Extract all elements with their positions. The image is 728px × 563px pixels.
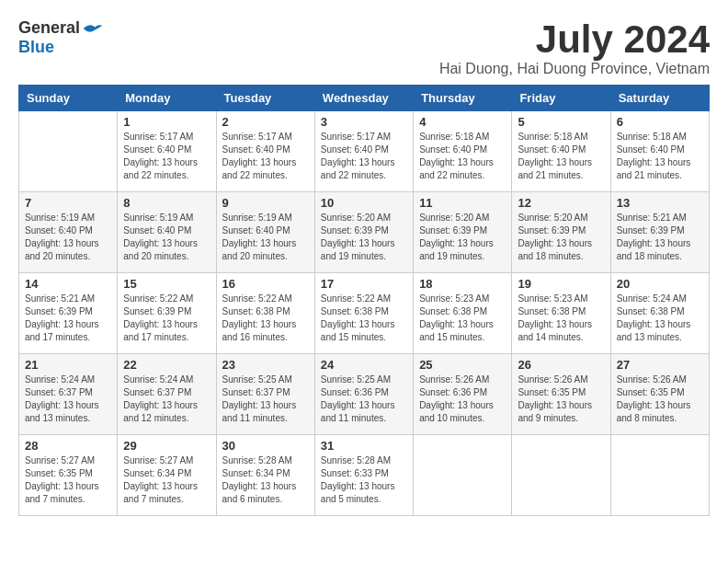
day-info: Sunrise: 5:21 AMSunset: 6:39 PMDaylight:… [617, 212, 703, 263]
calendar-cell: 28Sunrise: 5:27 AMSunset: 6:35 PMDayligh… [19, 435, 118, 516]
day-number: 25 [419, 358, 506, 372]
day-number: 21 [25, 358, 111, 372]
day-number: 13 [617, 196, 703, 210]
calendar-cell [19, 111, 118, 192]
day-info: Sunrise: 5:20 AMSunset: 6:39 PMDaylight:… [419, 212, 506, 263]
page-header: General Blue July 2024 Hai Duong, Hai Du… [18, 18, 710, 77]
calendar-cell: 27Sunrise: 5:26 AMSunset: 6:35 PMDayligh… [610, 354, 709, 435]
day-number: 6 [617, 115, 703, 129]
calendar-table: SundayMondayTuesdayWednesdayThursdayFrid… [18, 85, 710, 516]
logo: General Blue [18, 18, 104, 57]
day-number: 29 [123, 439, 210, 453]
calendar-week-row: 28Sunrise: 5:27 AMSunset: 6:35 PMDayligh… [19, 435, 710, 516]
day-info: Sunrise: 5:28 AMSunset: 6:33 PMDaylight:… [321, 454, 407, 506]
day-number: 8 [123, 196, 210, 210]
calendar-cell: 12Sunrise: 5:20 AMSunset: 6:39 PMDayligh… [512, 192, 610, 273]
logo-blue-text: Blue [18, 38, 54, 57]
day-info: Sunrise: 5:24 AMSunset: 6:38 PMDaylight:… [617, 293, 703, 344]
calendar-day-header: Monday [118, 86, 216, 111]
calendar-cell: 4Sunrise: 5:18 AMSunset: 6:40 PMDaylight… [414, 111, 512, 192]
calendar-cell: 25Sunrise: 5:26 AMSunset: 6:36 PMDayligh… [414, 354, 512, 435]
calendar-body: 1Sunrise: 5:17 AMSunset: 6:40 PMDaylight… [19, 111, 710, 516]
calendar-cell: 23Sunrise: 5:25 AMSunset: 6:37 PMDayligh… [216, 354, 314, 435]
calendar-cell: 3Sunrise: 5:17 AMSunset: 6:40 PMDaylight… [314, 111, 413, 192]
calendar-day-header: Wednesday [314, 86, 413, 111]
day-info: Sunrise: 5:17 AMSunset: 6:40 PMDaylight:… [321, 131, 407, 182]
day-number: 10 [321, 196, 407, 210]
day-info: Sunrise: 5:19 AMSunset: 6:40 PMDaylight:… [123, 212, 210, 263]
calendar-cell: 11Sunrise: 5:20 AMSunset: 6:39 PMDayligh… [414, 192, 512, 273]
day-info: Sunrise: 5:24 AMSunset: 6:37 PMDaylight:… [25, 373, 111, 425]
day-number: 17 [321, 277, 407, 291]
calendar-cell: 10Sunrise: 5:20 AMSunset: 6:39 PMDayligh… [314, 192, 413, 273]
day-number: 5 [518, 115, 604, 129]
day-number: 9 [222, 196, 309, 210]
calendar-cell: 19Sunrise: 5:23 AMSunset: 6:38 PMDayligh… [512, 273, 610, 354]
day-number: 24 [321, 358, 407, 372]
day-info: Sunrise: 5:26 AMSunset: 6:35 PMDaylight:… [617, 373, 703, 425]
day-number: 30 [222, 439, 309, 453]
day-info: Sunrise: 5:20 AMSunset: 6:39 PMDaylight:… [321, 212, 407, 263]
day-info: Sunrise: 5:19 AMSunset: 6:40 PMDaylight:… [25, 212, 111, 263]
day-info: Sunrise: 5:21 AMSunset: 6:39 PMDaylight:… [25, 293, 111, 344]
day-number: 12 [518, 196, 604, 210]
day-info: Sunrise: 5:23 AMSunset: 6:38 PMDaylight:… [518, 293, 604, 344]
calendar-cell [610, 435, 709, 516]
calendar-cell: 18Sunrise: 5:23 AMSunset: 6:38 PMDayligh… [414, 273, 512, 354]
logo-general-text: General [18, 18, 80, 38]
day-number: 4 [419, 115, 506, 129]
calendar-cell: 31Sunrise: 5:28 AMSunset: 6:33 PMDayligh… [314, 435, 413, 516]
calendar-cell: 7Sunrise: 5:19 AMSunset: 6:40 PMDaylight… [19, 192, 118, 273]
day-info: Sunrise: 5:17 AMSunset: 6:40 PMDaylight:… [123, 131, 210, 182]
day-info: Sunrise: 5:18 AMSunset: 6:40 PMDaylight:… [617, 131, 703, 182]
day-number: 1 [123, 115, 210, 129]
calendar-day-header: Sunday [19, 86, 118, 111]
calendar-cell: 21Sunrise: 5:24 AMSunset: 6:37 PMDayligh… [19, 354, 118, 435]
day-info: Sunrise: 5:19 AMSunset: 6:40 PMDaylight:… [222, 212, 309, 263]
day-number: 26 [518, 358, 604, 372]
day-number: 28 [25, 439, 111, 453]
day-number: 19 [518, 277, 604, 291]
day-info: Sunrise: 5:27 AMSunset: 6:34 PMDaylight:… [123, 454, 210, 506]
location-title: Hai Duong, Hai Duong Province, Vietnam [439, 61, 710, 77]
day-number: 15 [123, 277, 210, 291]
calendar-week-row: 14Sunrise: 5:21 AMSunset: 6:39 PMDayligh… [19, 273, 710, 354]
day-number: 20 [617, 277, 703, 291]
day-info: Sunrise: 5:22 AMSunset: 6:38 PMDaylight:… [321, 293, 407, 344]
calendar-day-header: Friday [512, 86, 610, 111]
day-number: 27 [617, 358, 703, 372]
day-info: Sunrise: 5:17 AMSunset: 6:40 PMDaylight:… [222, 131, 309, 182]
calendar-cell: 2Sunrise: 5:17 AMSunset: 6:40 PMDaylight… [216, 111, 314, 192]
day-info: Sunrise: 5:18 AMSunset: 6:40 PMDaylight:… [419, 131, 506, 182]
day-number: 2 [222, 115, 309, 129]
calendar-cell [414, 435, 512, 516]
day-info: Sunrise: 5:22 AMSunset: 6:38 PMDaylight:… [222, 293, 309, 344]
day-number: 22 [123, 358, 210, 372]
calendar-cell: 13Sunrise: 5:21 AMSunset: 6:39 PMDayligh… [610, 192, 709, 273]
day-info: Sunrise: 5:25 AMSunset: 6:37 PMDaylight:… [222, 373, 309, 425]
day-number: 7 [25, 196, 111, 210]
calendar-cell: 14Sunrise: 5:21 AMSunset: 6:39 PMDayligh… [19, 273, 118, 354]
calendar-cell [512, 435, 610, 516]
title-section: July 2024 Hai Duong, Hai Duong Province,… [439, 18, 710, 77]
day-info: Sunrise: 5:25 AMSunset: 6:36 PMDaylight:… [321, 373, 407, 425]
day-info: Sunrise: 5:20 AMSunset: 6:39 PMDaylight:… [518, 212, 604, 263]
day-number: 14 [25, 277, 111, 291]
calendar-cell: 29Sunrise: 5:27 AMSunset: 6:34 PMDayligh… [118, 435, 216, 516]
calendar-cell: 15Sunrise: 5:22 AMSunset: 6:39 PMDayligh… [118, 273, 216, 354]
calendar-cell: 9Sunrise: 5:19 AMSunset: 6:40 PMDaylight… [216, 192, 314, 273]
calendar-cell: 20Sunrise: 5:24 AMSunset: 6:38 PMDayligh… [610, 273, 709, 354]
day-number: 3 [321, 115, 407, 129]
logo-bird-icon [82, 20, 104, 37]
day-info: Sunrise: 5:28 AMSunset: 6:34 PMDaylight:… [222, 454, 309, 506]
calendar-day-header: Saturday [610, 86, 709, 111]
calendar-cell: 17Sunrise: 5:22 AMSunset: 6:38 PMDayligh… [314, 273, 413, 354]
day-info: Sunrise: 5:26 AMSunset: 6:36 PMDaylight:… [419, 373, 506, 425]
calendar-cell: 30Sunrise: 5:28 AMSunset: 6:34 PMDayligh… [216, 435, 314, 516]
day-number: 23 [222, 358, 309, 372]
calendar-cell: 16Sunrise: 5:22 AMSunset: 6:38 PMDayligh… [216, 273, 314, 354]
calendar-week-row: 21Sunrise: 5:24 AMSunset: 6:37 PMDayligh… [19, 354, 710, 435]
calendar-day-header: Tuesday [216, 86, 314, 111]
day-info: Sunrise: 5:18 AMSunset: 6:40 PMDaylight:… [518, 131, 604, 182]
calendar-cell: 24Sunrise: 5:25 AMSunset: 6:36 PMDayligh… [314, 354, 413, 435]
